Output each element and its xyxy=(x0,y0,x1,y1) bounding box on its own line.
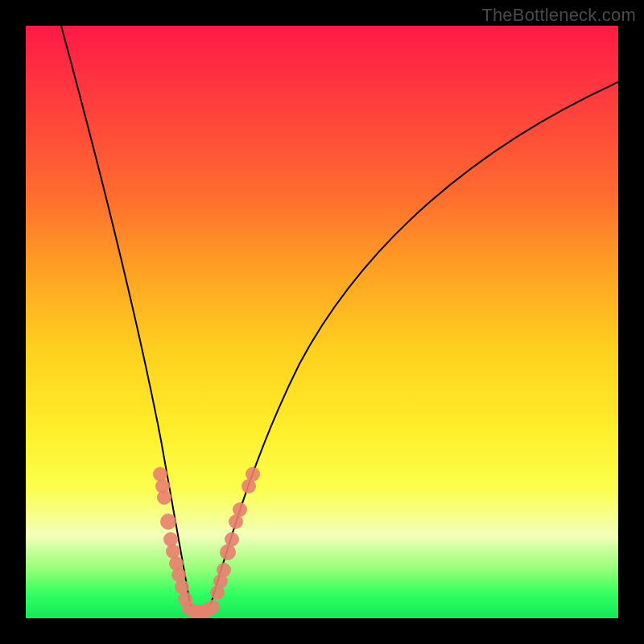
chart-frame: TheBottleneck.com xyxy=(0,0,644,644)
bead-group-left xyxy=(153,467,192,606)
svg-point-2 xyxy=(157,490,171,505)
chart-svg xyxy=(26,26,618,618)
svg-point-0 xyxy=(153,467,167,481)
svg-point-23 xyxy=(246,467,260,481)
curve-right xyxy=(211,82,618,604)
svg-point-17 xyxy=(217,563,231,577)
svg-point-4 xyxy=(163,532,178,547)
bead-group-valley xyxy=(182,600,220,618)
svg-point-18 xyxy=(220,544,236,560)
svg-point-21 xyxy=(233,502,247,517)
bead-group-right xyxy=(210,467,260,600)
watermark-text: TheBottleneck.com xyxy=(481,5,636,26)
plot-area xyxy=(26,26,618,618)
svg-point-14 xyxy=(205,600,220,614)
svg-point-3 xyxy=(160,514,176,530)
svg-point-19 xyxy=(225,532,239,547)
